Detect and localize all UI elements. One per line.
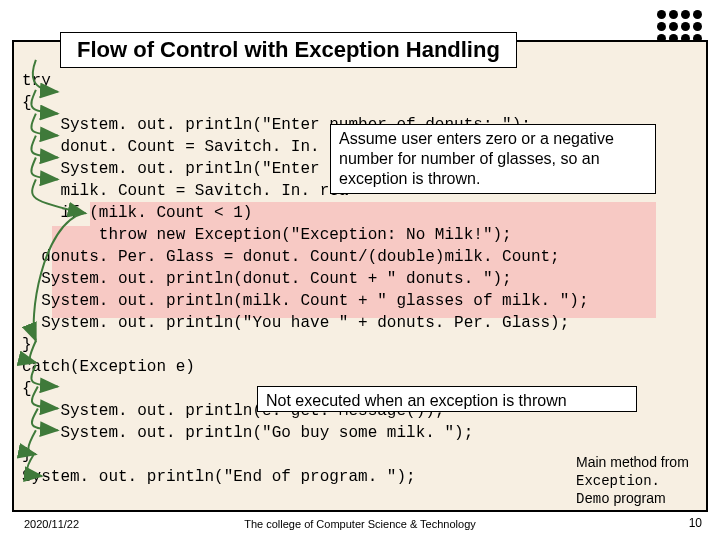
code-line: { bbox=[22, 380, 32, 398]
page-number: 10 bbox=[689, 516, 702, 530]
code-line: System. out. println(milk. Count + " gla… bbox=[22, 292, 589, 310]
code-line: { bbox=[22, 94, 32, 112]
code-line: if (milk. Count < 1) bbox=[22, 204, 252, 222]
code-line: System. out. println("Go buy some milk. … bbox=[22, 424, 473, 442]
sidecap-demo: Demo bbox=[576, 491, 610, 507]
code-line: milk. Count = Savitch. In. rea bbox=[22, 182, 348, 200]
code-line: System. out. println("End of program. ")… bbox=[22, 468, 416, 486]
sidecap-program: program bbox=[610, 490, 666, 506]
code-line: } bbox=[22, 446, 32, 464]
slide-title: Flow of Control with Exception Handling bbox=[60, 32, 517, 68]
callout-not-executed: Not executed when an exception is thrown bbox=[257, 386, 637, 412]
code-line: System. out. println("Enter bbox=[22, 160, 320, 178]
code-line: donut. Count = Savitch. In. re bbox=[22, 138, 348, 156]
code-line: System. out. println(donut. Count + " do… bbox=[22, 270, 512, 288]
decorative-dots bbox=[657, 10, 702, 43]
code-line: try bbox=[22, 72, 51, 90]
footer-center: The college of Computer Science & Techno… bbox=[0, 518, 720, 530]
code-line: donuts. Per. Glass = donut. Count/(doubl… bbox=[22, 248, 560, 266]
code-block: try { System. out. println("Enter number… bbox=[22, 48, 714, 488]
code-line: } bbox=[22, 336, 32, 354]
slide-body: Flow of Control with Exception Handling … bbox=[12, 40, 708, 512]
code-line: System. out. println("You have " + donut… bbox=[22, 314, 569, 332]
code-line: throw new Exception("Exception: No Milk!… bbox=[22, 226, 512, 244]
code-line: catch(Exception e) bbox=[22, 358, 195, 376]
callout-assume: Assume user enters zero or a negative nu… bbox=[330, 124, 656, 194]
